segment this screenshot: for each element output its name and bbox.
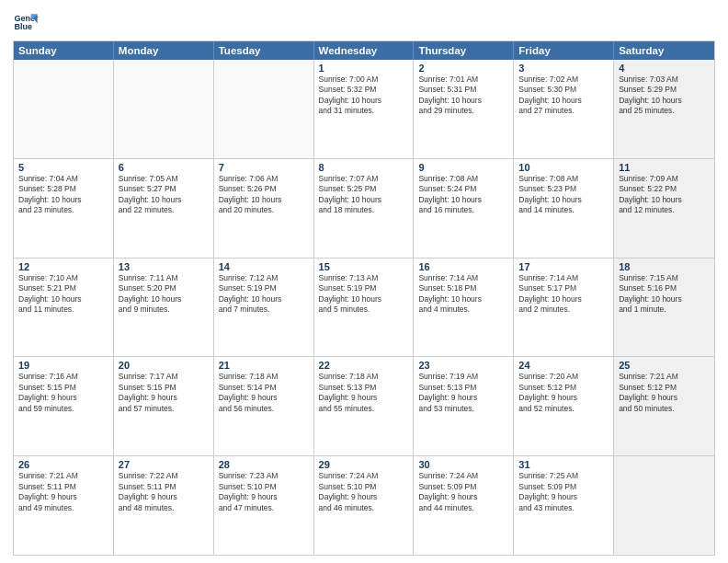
- day-cell-24: 24Sunrise: 7:20 AM Sunset: 5:12 PM Dayli…: [514, 357, 614, 455]
- day-cell-25: 25Sunrise: 7:21 AM Sunset: 5:12 PM Dayli…: [614, 357, 714, 455]
- day-number: 6: [119, 162, 209, 173]
- day-header-friday: Friday: [514, 41, 614, 60]
- day-number: 27: [119, 459, 209, 470]
- day-number: 24: [518, 360, 609, 371]
- day-number: 31: [518, 459, 609, 470]
- day-info: Sunrise: 7:13 AM Sunset: 5:19 PM Dayligh…: [319, 273, 409, 316]
- day-cell-11: 11Sunrise: 7:09 AM Sunset: 5:22 PM Dayli…: [614, 159, 714, 258]
- day-number: 12: [18, 261, 108, 272]
- day-info: Sunrise: 7:22 AM Sunset: 5:11 PM Dayligh…: [119, 471, 209, 513]
- day-cell-5: 5Sunrise: 7:04 AM Sunset: 5:28 PM Daylig…: [14, 159, 114, 258]
- calendar-row-5: 26Sunrise: 7:21 AM Sunset: 5:11 PM Dayli…: [14, 455, 714, 555]
- day-number: 19: [18, 360, 108, 371]
- page: General Blue SundayMondayTuesdayWednesda…: [0, 0, 728, 563]
- day-number: 26: [18, 459, 108, 470]
- day-cell-29: 29Sunrise: 7:24 AM Sunset: 5:10 PM Dayli…: [314, 456, 415, 555]
- day-cell-2: 2Sunrise: 7:01 AM Sunset: 5:31 PM Daylig…: [414, 60, 514, 158]
- day-info: Sunrise: 7:09 AM Sunset: 5:22 PM Dayligh…: [619, 174, 710, 216]
- day-header-monday: Monday: [114, 41, 214, 60]
- day-header-tuesday: Tuesday: [214, 41, 314, 60]
- day-number: 17: [518, 261, 609, 272]
- calendar-row-4: 19Sunrise: 7:16 AM Sunset: 5:15 PM Dayli…: [14, 356, 714, 455]
- day-number: 9: [418, 162, 508, 173]
- day-number: 20: [119, 360, 209, 371]
- day-cell-empty-4-6: [614, 456, 714, 555]
- day-header-thursday: Thursday: [414, 41, 514, 60]
- day-info: Sunrise: 7:07 AM Sunset: 5:25 PM Dayligh…: [319, 174, 409, 216]
- day-cell-16: 16Sunrise: 7:14 AM Sunset: 5:18 PM Dayli…: [414, 259, 514, 357]
- day-number: 30: [418, 459, 508, 470]
- day-info: Sunrise: 7:21 AM Sunset: 5:11 PM Dayligh…: [18, 471, 108, 513]
- day-number: 2: [418, 63, 508, 74]
- day-cell-7: 7Sunrise: 7:06 AM Sunset: 5:26 PM Daylig…: [214, 159, 314, 258]
- day-cell-6: 6Sunrise: 7:05 AM Sunset: 5:27 PM Daylig…: [114, 159, 214, 258]
- day-info: Sunrise: 7:04 AM Sunset: 5:28 PM Dayligh…: [18, 174, 108, 216]
- calendar-row-2: 5Sunrise: 7:04 AM Sunset: 5:28 PM Daylig…: [14, 158, 714, 258]
- day-number: 7: [219, 162, 309, 173]
- day-cell-empty-0-0: [14, 60, 114, 158]
- day-number: 5: [18, 162, 108, 173]
- day-cell-19: 19Sunrise: 7:16 AM Sunset: 5:15 PM Dayli…: [14, 357, 114, 455]
- day-cell-31: 31Sunrise: 7:25 AM Sunset: 5:09 PM Dayli…: [514, 456, 614, 555]
- day-cell-4: 4Sunrise: 7:03 AM Sunset: 5:29 PM Daylig…: [614, 60, 714, 158]
- day-cell-20: 20Sunrise: 7:17 AM Sunset: 5:15 PM Dayli…: [114, 357, 214, 455]
- day-cell-empty-0-2: [214, 60, 314, 158]
- day-number: 28: [219, 459, 309, 470]
- day-number: 29: [319, 459, 409, 470]
- calendar-row-3: 12Sunrise: 7:10 AM Sunset: 5:21 PM Dayli…: [14, 258, 714, 357]
- day-info: Sunrise: 7:24 AM Sunset: 5:09 PM Dayligh…: [418, 471, 508, 513]
- day-number: 22: [319, 360, 409, 371]
- day-info: Sunrise: 7:16 AM Sunset: 5:15 PM Dayligh…: [18, 372, 108, 414]
- day-info: Sunrise: 7:23 AM Sunset: 5:10 PM Dayligh…: [219, 471, 309, 513]
- day-cell-15: 15Sunrise: 7:13 AM Sunset: 5:19 PM Dayli…: [314, 259, 415, 357]
- calendar-row-1: 1Sunrise: 7:00 AM Sunset: 5:32 PM Daylig…: [14, 60, 714, 158]
- logo: General Blue: [13, 9, 40, 35]
- day-cell-23: 23Sunrise: 7:19 AM Sunset: 5:13 PM Dayli…: [414, 357, 514, 455]
- calendar: SundayMondayTuesdayWednesdayThursdayFrid…: [13, 40, 715, 556]
- day-info: Sunrise: 7:14 AM Sunset: 5:17 PM Dayligh…: [518, 273, 609, 316]
- calendar-body: 1Sunrise: 7:00 AM Sunset: 5:32 PM Daylig…: [14, 60, 714, 555]
- day-cell-14: 14Sunrise: 7:12 AM Sunset: 5:19 PM Dayli…: [214, 259, 314, 357]
- day-header-saturday: Saturday: [614, 41, 714, 60]
- day-info: Sunrise: 7:08 AM Sunset: 5:24 PM Dayligh…: [418, 174, 508, 216]
- day-info: Sunrise: 7:12 AM Sunset: 5:19 PM Dayligh…: [219, 273, 309, 316]
- day-info: Sunrise: 7:25 AM Sunset: 5:09 PM Dayligh…: [518, 471, 609, 513]
- day-info: Sunrise: 7:24 AM Sunset: 5:10 PM Dayligh…: [319, 471, 409, 513]
- day-info: Sunrise: 7:00 AM Sunset: 5:32 PM Dayligh…: [319, 75, 409, 117]
- day-info: Sunrise: 7:05 AM Sunset: 5:27 PM Dayligh…: [119, 174, 209, 216]
- day-cell-empty-0-1: [114, 60, 214, 158]
- day-cell-27: 27Sunrise: 7:22 AM Sunset: 5:11 PM Dayli…: [114, 456, 214, 555]
- day-number: 4: [619, 63, 710, 74]
- day-info: Sunrise: 7:01 AM Sunset: 5:31 PM Dayligh…: [418, 75, 508, 117]
- day-info: Sunrise: 7:15 AM Sunset: 5:16 PM Dayligh…: [619, 273, 710, 316]
- calendar-header: SundayMondayTuesdayWednesdayThursdayFrid…: [14, 41, 714, 60]
- day-cell-1: 1Sunrise: 7:00 AM Sunset: 5:32 PM Daylig…: [314, 60, 415, 158]
- svg-text:Blue: Blue: [14, 22, 32, 31]
- day-info: Sunrise: 7:18 AM Sunset: 5:14 PM Dayligh…: [219, 372, 309, 414]
- day-info: Sunrise: 7:02 AM Sunset: 5:30 PM Dayligh…: [518, 75, 609, 117]
- day-cell-18: 18Sunrise: 7:15 AM Sunset: 5:16 PM Dayli…: [614, 259, 714, 357]
- day-info: Sunrise: 7:17 AM Sunset: 5:15 PM Dayligh…: [119, 372, 209, 414]
- day-number: 18: [619, 261, 710, 272]
- day-number: 14: [219, 261, 309, 272]
- day-number: 13: [119, 261, 209, 272]
- day-info: Sunrise: 7:18 AM Sunset: 5:13 PM Dayligh…: [319, 372, 409, 414]
- day-cell-13: 13Sunrise: 7:11 AM Sunset: 5:20 PM Dayli…: [114, 259, 214, 357]
- day-cell-26: 26Sunrise: 7:21 AM Sunset: 5:11 PM Dayli…: [14, 456, 114, 555]
- day-info: Sunrise: 7:19 AM Sunset: 5:13 PM Dayligh…: [418, 372, 508, 414]
- day-cell-21: 21Sunrise: 7:18 AM Sunset: 5:14 PM Dayli…: [214, 357, 314, 455]
- header: General Blue: [13, 9, 715, 35]
- day-number: 16: [418, 261, 508, 272]
- day-number: 10: [518, 162, 609, 173]
- day-info: Sunrise: 7:20 AM Sunset: 5:12 PM Dayligh…: [518, 372, 609, 414]
- day-info: Sunrise: 7:03 AM Sunset: 5:29 PM Dayligh…: [619, 75, 710, 117]
- logo-icon: General Blue: [13, 9, 39, 35]
- day-info: Sunrise: 7:06 AM Sunset: 5:26 PM Dayligh…: [219, 174, 309, 216]
- day-info: Sunrise: 7:11 AM Sunset: 5:20 PM Dayligh…: [119, 273, 209, 316]
- day-cell-8: 8Sunrise: 7:07 AM Sunset: 5:25 PM Daylig…: [314, 159, 415, 258]
- day-header-wednesday: Wednesday: [314, 41, 415, 60]
- day-cell-9: 9Sunrise: 7:08 AM Sunset: 5:24 PM Daylig…: [414, 159, 514, 258]
- day-number: 3: [518, 63, 609, 74]
- day-number: 1: [319, 63, 409, 74]
- day-number: 15: [319, 261, 409, 272]
